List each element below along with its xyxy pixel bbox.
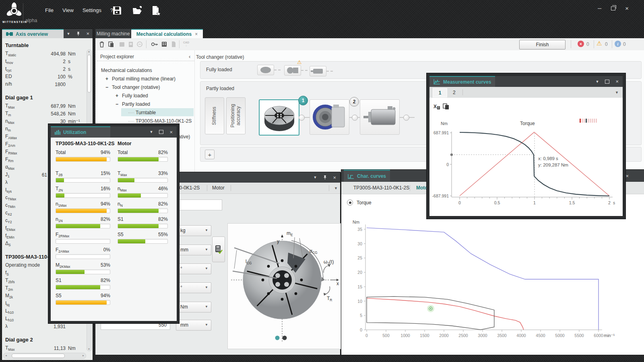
tab-motor[interactable]: Motor	[212, 185, 225, 191]
menu-item-file[interactable]: File	[45, 7, 54, 13]
tree-expander-icon[interactable]: −	[116, 101, 122, 107]
tree-item-portal-milling-machine-linear-[interactable]: +Portal milling machine (linear)	[105, 75, 175, 83]
motor-component-card[interactable]	[360, 99, 400, 135]
maximize-icon[interactable]	[159, 130, 163, 134]
chevron-down-icon[interactable]: ▼	[205, 286, 208, 289]
tree-item-tool-changer-rotative-[interactable]: −Tool changer (rotative)	[105, 83, 160, 91]
positioning-accuracy-button[interactable]: Positioning accuracy	[226, 97, 246, 134]
new-project-icon[interactable]	[151, 5, 161, 16]
chevron-down-icon[interactable]: ▼	[205, 228, 208, 232]
data-table-icon[interactable]	[161, 41, 167, 47]
window-minimize-button[interactable]: ─	[598, 5, 601, 11]
utilization-tab[interactable]: Utilization	[51, 126, 110, 138]
connector-node[interactable]	[299, 115, 305, 121]
paste-icon-disabled[interactable]	[119, 41, 125, 47]
gearbox-component-card[interactable]	[310, 99, 349, 135]
mini-motor-card[interactable]	[310, 66, 326, 76]
mini-turntable-card[interactable]	[257, 65, 274, 75]
stiffness-button[interactable]: Stiffness	[205, 97, 224, 134]
tab-mechanical-calculations[interactable]: Mechanical calculations ×	[131, 29, 203, 38]
add-button[interactable]: +	[205, 150, 215, 159]
tree-expander-icon[interactable]: +	[105, 76, 112, 82]
utilization-bar-fill	[56, 285, 100, 289]
unit-dropdown[interactable]: Nm▼	[176, 302, 211, 313]
panel-menu-icon[interactable]: ▼	[66, 32, 70, 36]
close-icon[interactable]: ×	[169, 129, 173, 135]
close-icon[interactable]: ×	[86, 31, 89, 37]
key-icon[interactable]	[151, 41, 158, 47]
tree-expander-icon[interactable]: +	[116, 93, 122, 99]
badge-2[interactable]: 2	[349, 97, 359, 107]
pin-icon[interactable]	[76, 31, 80, 36]
tab-milling-machine[interactable]: Milling machine	[95, 29, 131, 38]
scrollbar-thumb[interactable]	[12, 354, 65, 358]
open-project-icon[interactable]	[132, 5, 142, 16]
unit-dropdown[interactable]: kg▼	[176, 225, 211, 236]
scroll-right-icon[interactable]: ►	[82, 354, 85, 357]
tab-overflow-icon[interactable]: ▼	[615, 90, 619, 95]
close-icon[interactable]: ×	[615, 78, 619, 84]
window-close-button[interactable]: ×	[625, 5, 629, 12]
menu-item-view[interactable]: View	[62, 7, 74, 13]
menu-item-settings[interactable]: Settings	[83, 7, 101, 13]
tree-item-partly-loaded[interactable]: −Partly loaded	[116, 100, 150, 108]
tree-item-mechanical-calculations[interactable]: Mechanical calculations	[101, 66, 152, 74]
measurement-title: Measurement curves	[443, 79, 491, 85]
scroll-up-icon[interactable]: ▲	[88, 50, 90, 53]
chevron-down-icon[interactable]: ▼	[205, 267, 208, 270]
delete-icon[interactable]	[99, 41, 105, 47]
panel-menu-icon[interactable]: ▼	[313, 175, 317, 179]
char-curves-tab[interactable]: Char. curves	[344, 170, 390, 182]
close-icon[interactable]: ×	[625, 173, 629, 179]
document-icon-disabled[interactable]	[170, 41, 177, 47]
tab-overflow-icon[interactable]: ▼	[334, 186, 338, 190]
maximize-icon[interactable]	[605, 80, 609, 84]
price-icon-disabled[interactable]	[136, 41, 143, 47]
tab-close-icon[interactable]: ×	[195, 31, 198, 37]
save-icon[interactable]	[112, 5, 122, 16]
motor-limit-curve	[367, 228, 599, 330]
scroll-left-icon[interactable]: ◄	[5, 354, 7, 357]
page-dot-active[interactable]	[275, 336, 280, 340]
chevron-down-icon[interactable]: ▼	[205, 323, 208, 327]
radio-selected-icon[interactable]	[347, 200, 353, 206]
turntable-component-card[interactable]	[259, 99, 299, 136]
splitter[interactable]	[194, 50, 195, 172]
tree-item-turntable[interactable]: Turntable	[128, 109, 156, 117]
finish-button[interactable]: Finish	[519, 40, 566, 49]
window-restore-button[interactable]	[611, 6, 615, 10]
page-dot[interactable]	[283, 336, 287, 340]
cad-download-icon-disabled[interactable]: CAD↓	[183, 41, 189, 47]
calculate-button[interactable]	[212, 237, 225, 262]
scroll-down-icon[interactable]: ▼	[88, 348, 90, 350]
tab-gearbox[interactable]: TP300S-MA3-110-0K1-2S	[353, 185, 409, 191]
badge-1[interactable]: 1	[298, 96, 308, 105]
unit-dropdown[interactable]: mm▼	[176, 320, 211, 331]
panel-menu-icon[interactable]: ▼	[149, 130, 153, 134]
mini-gearbox-card[interactable]	[284, 65, 301, 76]
unit-dropdown[interactable]: mm▼	[176, 245, 211, 255]
unit-dropdown[interactable]: °▼	[176, 282, 211, 293]
pin-icon[interactable]	[323, 175, 327, 180]
curve-tab-2[interactable]: 2	[453, 90, 456, 95]
scrollbar-thumb[interactable]	[87, 55, 91, 93]
chevron-down-icon[interactable]: ▼	[205, 248, 208, 251]
close-icon[interactable]: ×	[333, 175, 336, 181]
tree-item-fully-loaded[interactable]: +Fully loaded	[116, 92, 148, 100]
connector-node[interactable]	[352, 115, 358, 121]
chevron-down-icon[interactable]: ▼	[205, 305, 208, 309]
collapse-explorer-icon[interactable]: ‹	[189, 53, 190, 60]
utilization-bar	[56, 208, 110, 213]
operating-range-outline	[367, 296, 494, 330]
curve-tab-1[interactable]: 1	[433, 88, 447, 97]
chart-text: 25	[357, 255, 362, 260]
horizontal-scrollbar[interactable]: ◄ ►	[3, 353, 86, 359]
axis-overview-tab[interactable]: Axis overview	[2, 29, 64, 38]
measurement-tab[interactable]: Measurement curves	[429, 76, 495, 87]
panel-menu-icon[interactable]: ▼	[595, 80, 599, 84]
unit-dropdown[interactable]: °▼	[176, 263, 211, 274]
report-icon-disabled[interactable]	[128, 41, 134, 47]
connector-node[interactable]	[403, 115, 409, 121]
copy-icon[interactable]	[108, 41, 114, 47]
tree-expander-icon[interactable]: −	[105, 84, 112, 90]
